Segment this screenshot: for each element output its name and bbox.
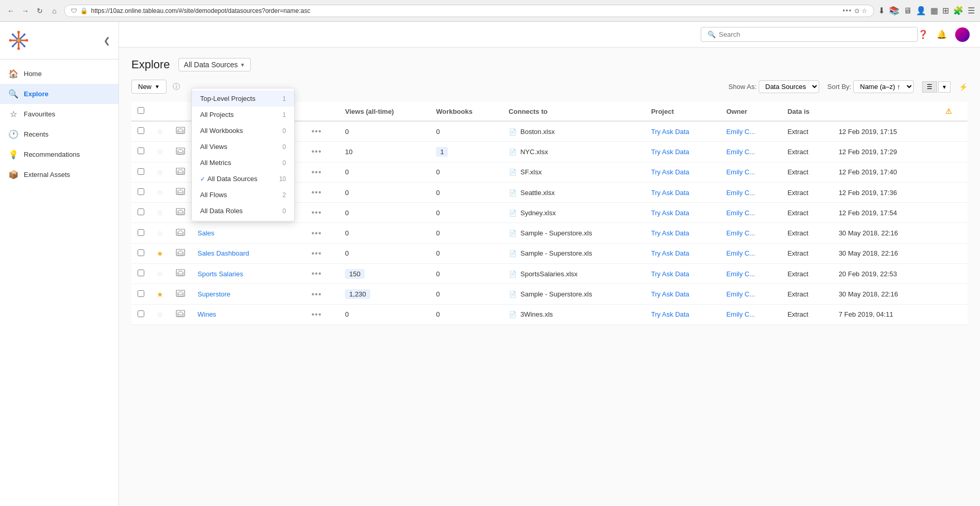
all-data-sources-dropdown[interactable]: All Data Sources ▼ [178, 58, 251, 71]
row-star-9[interactable]: ☆ [157, 310, 163, 319]
row-more-button-4[interactable]: ••• [311, 208, 322, 217]
row-more-button-2[interactable]: ••• [311, 168, 322, 176]
row-star-3[interactable]: ☆ [157, 188, 163, 197]
row-views-cell: 0 [339, 223, 430, 243]
row-star-6[interactable]: ★ [157, 249, 163, 258]
row-checkbox-4[interactable] [138, 209, 144, 215]
row-more-button-3[interactable]: ••• [311, 188, 322, 197]
row-project-link-9[interactable]: Try Ask Data [651, 310, 689, 318]
search-bar[interactable]: 🔍 [701, 27, 918, 42]
library-icon[interactable]: 📚 [889, 6, 899, 16]
row-project-link-3[interactable]: Try Ask Data [651, 189, 689, 197]
row-owner-link-1[interactable]: Emily C... [726, 148, 755, 156]
row-more-button-1[interactable]: ••• [311, 147, 322, 156]
help-icon[interactable]: ❓ [918, 29, 928, 39]
row-star-7[interactable]: ☆ [157, 270, 163, 278]
sidebar-item-recents[interactable]: 🕐 Recents [0, 124, 118, 144]
row-name-link-8[interactable]: Superstore [198, 290, 231, 298]
row-star-0[interactable]: ☆ [157, 127, 163, 136]
row-checkbox-3[interactable] [138, 188, 144, 195]
row-star-4[interactable]: ☆ [157, 209, 163, 217]
row-name-link-9[interactable]: Wines [198, 310, 216, 318]
row-more-button-8[interactable]: ••• [311, 290, 322, 299]
row-name-link-5[interactable]: Sales [198, 229, 215, 237]
notifications-icon[interactable]: 🔔 [937, 29, 947, 39]
row-checkbox-6[interactable] [138, 249, 144, 256]
row-owner-link-4[interactable]: Emily C... [726, 209, 755, 217]
sidebar-item-explore[interactable]: 🔍 Explore [0, 84, 118, 104]
sidebar-item-favourites[interactable]: ☆ Favourites [0, 104, 118, 124]
row-owner-link-5[interactable]: Emily C... [726, 229, 755, 237]
row-project-link-1[interactable]: Try Ask Data [651, 148, 689, 156]
row-star-2[interactable]: ☆ [157, 168, 163, 176]
home-button[interactable]: ⌂ [49, 5, 60, 17]
info-icon[interactable]: ⓘ [173, 82, 180, 92]
row-checkbox-1[interactable] [138, 147, 144, 154]
extensions-icon[interactable]: 🧩 [953, 6, 963, 16]
row-name-link-6[interactable]: Sales Dashboard [198, 249, 249, 257]
menu-icon[interactable]: ☰ [968, 6, 975, 16]
row-owner-link-7[interactable]: Emily C... [726, 270, 755, 278]
sidebar-item-external-assets[interactable]: 📦 External Assets [0, 165, 118, 185]
row-owner-link-8[interactable]: Emily C... [726, 290, 755, 298]
row-owner-link-9[interactable]: Emily C... [726, 310, 755, 318]
row-star-1[interactable]: ☆ [157, 147, 163, 156]
sort-by-select[interactable]: Name (a–z) ↑ [853, 80, 914, 93]
row-more-button-7[interactable]: ••• [311, 269, 322, 278]
row-star-5[interactable]: ☆ [157, 229, 163, 237]
back-button[interactable]: ← [5, 5, 17, 17]
row-owner-link-2[interactable]: Emily C... [726, 168, 755, 176]
row-project-link-4[interactable]: Try Ask Data [651, 209, 689, 217]
sidebar-item-home[interactable]: 🏠 Home [0, 64, 118, 84]
row-checkbox-9[interactable] [138, 310, 144, 317]
account-icon[interactable]: 👤 [916, 6, 926, 16]
show-as-select[interactable]: Data Sources [759, 80, 819, 93]
list-view-button[interactable]: ☰ [922, 81, 937, 93]
search-input[interactable] [719, 31, 911, 38]
grid-icon[interactable]: ▦ [930, 6, 938, 16]
row-checkbox-8[interactable] [138, 290, 144, 297]
row-owner-link-3[interactable]: Emily C... [726, 189, 755, 197]
header-views[interactable]: Views (all-time) [339, 102, 430, 121]
monitor-icon[interactable]: 🖥 [903, 6, 912, 16]
row-project-link-2[interactable]: Try Ask Data [651, 168, 689, 176]
dropdown-item-all-data-roles[interactable]: All Data Roles 0 [192, 203, 294, 219]
address-bar[interactable]: 🛡 🔒 https://10az.online.tableau.com/#/si… [64, 5, 874, 17]
row-name-link-7[interactable]: Sports Salaries [198, 270, 243, 278]
reload-button[interactable]: ↻ [34, 5, 46, 17]
user-avatar[interactable] [955, 27, 970, 42]
new-button[interactable]: New ▼ [131, 80, 167, 94]
row-project-link-8[interactable]: Try Ask Data [651, 290, 689, 298]
row-more-button-0[interactable]: ••• [311, 127, 322, 136]
row-more-button-6[interactable]: ••• [311, 249, 322, 258]
row-checkbox-2[interactable] [138, 168, 144, 175]
row-owner-link-6[interactable]: Emily C... [726, 249, 755, 257]
row-checkbox-7[interactable] [138, 270, 144, 276]
row-checkbox-5[interactable] [138, 229, 144, 236]
row-project-link-5[interactable]: Try Ask Data [651, 229, 689, 237]
row-project-link-6[interactable]: Try Ask Data [651, 249, 689, 257]
detail-view-button[interactable]: ▾ [938, 81, 951, 93]
apps-icon[interactable]: ⊞ [942, 6, 949, 16]
sidebar-collapse-button[interactable]: ❮ [103, 36, 110, 46]
sidebar-item-recommendations[interactable]: 💡 Recommendations [0, 144, 118, 165]
row-more-button-5[interactable]: ••• [311, 229, 322, 237]
download-icon[interactable]: ⬇ [878, 6, 885, 16]
dropdown-item-all-data-sources[interactable]: ✓ All Data Sources 10 [192, 171, 294, 187]
forward-button[interactable]: → [20, 5, 31, 17]
filter-icon[interactable]: ⚡ [959, 83, 968, 91]
row-star-8[interactable]: ★ [157, 290, 163, 299]
dropdown-item-all-metrics[interactable]: All Metrics 0 [192, 155, 294, 171]
dropdown-item-all-workbooks[interactable]: All Workbooks 0 [192, 123, 294, 139]
row-more-button-9[interactable]: ••• [311, 310, 322, 319]
dropdown-item-all-projects[interactable]: All Projects 1 [192, 107, 294, 123]
dropdown-item-top-level-projects[interactable]: Top-Level Projects 1 [192, 91, 294, 107]
row-project-link-7[interactable]: Try Ask Data [651, 270, 689, 278]
row-project-link-0[interactable]: Try Ask Data [651, 128, 689, 136]
row-workbooks-value-7: 0 [436, 270, 440, 278]
row-checkbox-0[interactable] [138, 127, 144, 134]
select-all-checkbox[interactable] [138, 107, 144, 114]
dropdown-item-all-views[interactable]: All Views 0 [192, 139, 294, 155]
row-owner-link-0[interactable]: Emily C... [726, 128, 755, 136]
dropdown-item-all-flows[interactable]: All Flows 2 [192, 187, 294, 203]
